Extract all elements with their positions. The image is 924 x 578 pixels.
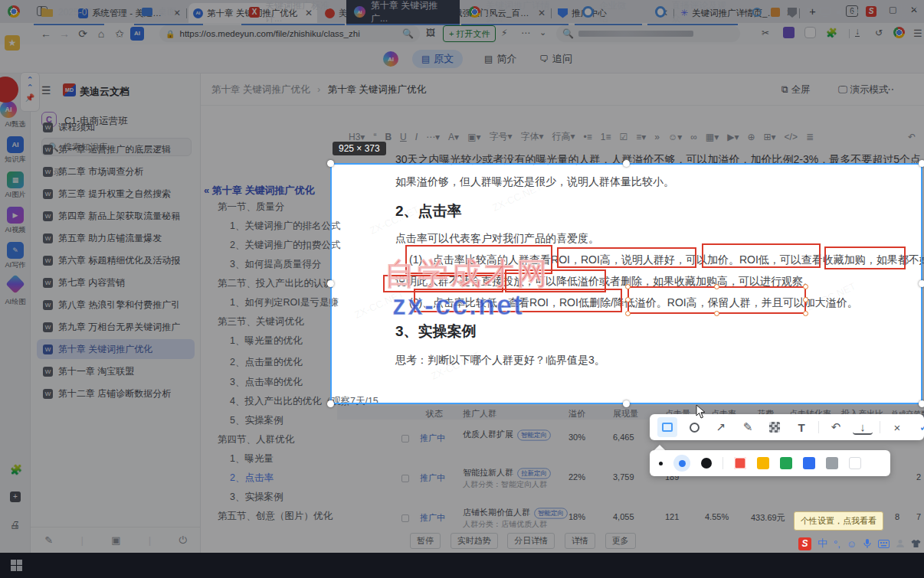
- capture-handle-n[interactable]: [623, 160, 630, 167]
- ime-user-icon[interactable]: [896, 539, 905, 548]
- sidebar-item-notice[interactable]: W课程须知: [37, 117, 195, 137]
- download-icon[interactable]: ↓: [855, 28, 860, 37]
- home-icon[interactable]: ⌂: [92, 28, 110, 40]
- more-format-icon[interactable]: ⋯▾: [426, 132, 440, 142]
- tray-mic-icon[interactable]: [804, 8, 812, 18]
- font-family-menu[interactable]: 字体▾: [521, 130, 544, 143]
- link-icon[interactable]: ∞: [690, 132, 697, 142]
- nav-item[interactable]: 1、如何判定ROI是亏是赚: [230, 296, 339, 309]
- address-bar[interactable]: 🔒 https://os.medeyun.com/file/zhishiku/c…: [159, 25, 420, 42]
- presentation-mode-button[interactable]: 🖵 演示模式: [838, 83, 889, 96]
- chevron-down-icon[interactable]: ⌄: [539, 28, 546, 38]
- pin-icon[interactable]: 📌: [21, 93, 39, 102]
- fullscreen-button[interactable]: ⧉ 全屏: [781, 83, 810, 96]
- italic-icon[interactable]: I: [415, 132, 418, 142]
- underline-icon[interactable]: U: [400, 132, 407, 142]
- nav-item[interactable]: 2、关键词推广的扣费公式: [230, 239, 340, 252]
- pen-tool[interactable]: ✎: [738, 417, 758, 437]
- col-audience[interactable]: 推广人群: [463, 408, 496, 420]
- nav-item-sec4[interactable]: 第四节、人群优化: [218, 433, 294, 446]
- taskbar-item-doc-active[interactable]: AI 第十章 关键词推广...: [346, 0, 460, 25]
- sidebar-item-ch7[interactable]: W第七章 内容营销: [37, 273, 195, 292]
- tab-ask[interactable]: 🗨 追问: [530, 50, 582, 68]
- taskbar-item-desktop[interactable]: 桌面: [134, 0, 203, 25]
- nav-item[interactable]: 1、曝光量的优化: [230, 335, 302, 348]
- rail-item-ai-drawing[interactable]: AI绘图: [0, 277, 31, 307]
- ime-emoji-icon[interactable]: ☺: [847, 538, 857, 550]
- ime-mic-icon[interactable]: [863, 538, 872, 549]
- stroke-size-large[interactable]: [701, 458, 712, 469]
- taskbar-item-wecom[interactable]: 企业微信: [575, 0, 642, 25]
- extensions-puzzle-icon[interactable]: 🧩: [826, 28, 837, 38]
- undo-icon[interactable]: ↶: [908, 132, 916, 142]
- col-impressions[interactable]: 展现量: [613, 408, 638, 420]
- bookmark-star-widget[interactable]: ★: [5, 35, 20, 51]
- forward-icon[interactable]: →: [55, 28, 74, 40]
- text-tool[interactable]: T: [791, 417, 811, 437]
- line-height-menu[interactable]: 行高▾: [552, 130, 575, 143]
- sidebar-item-ch5[interactable]: W第五章 助力店铺流量爆发: [37, 228, 195, 248]
- purple-extension-icon[interactable]: [783, 27, 795, 38]
- realtime-trend-button[interactable]: 实时趋势: [451, 533, 498, 549]
- capture-handle-s[interactable]: [623, 400, 630, 407]
- mosaic-tool[interactable]: [765, 417, 785, 437]
- capture-handle-sw[interactable]: [327, 400, 334, 407]
- taskbar-clock[interactable]: 16:34 2025/7/9: [888, 2, 919, 22]
- image-toggle-icon[interactable]: 🖼: [426, 28, 435, 38]
- nav-item[interactable]: 1、曝光量: [230, 452, 274, 465]
- rail-item-knowledge[interactable]: AI 知识库: [0, 136, 31, 165]
- nav-item[interactable]: 2、点击量的优化: [230, 356, 302, 369]
- nav-item[interactable]: 1、关键词推广的排名公式: [230, 220, 340, 233]
- toolbar-search-box[interactable]: 🔍: [556, 25, 740, 42]
- ime-punctuation-icon[interactable]: °,: [834, 538, 840, 550]
- highlight-icon[interactable]: ▣▾: [467, 132, 480, 142]
- tab-original[interactable]: ▤ 原文: [412, 50, 463, 68]
- profile-avatar-icon[interactable]: [893, 27, 905, 38]
- attachment-icon[interactable]: ⊕: [747, 132, 755, 142]
- nav-item-sec3[interactable]: 第三节、关键词优化: [218, 315, 304, 328]
- taskbar-item-chrome[interactable]: 关键词推广详情页...: [461, 0, 568, 25]
- bold-icon[interactable]: B: [385, 132, 392, 142]
- divider-icon[interactable]: ≣: [806, 132, 814, 142]
- archive-icon[interactable]: ▣: [111, 534, 120, 546]
- sidebar-item-ch4[interactable]: W第四章 新品上架获取流量秘籍: [37, 206, 195, 226]
- sidebar-item-ch12[interactable]: W第十二章 店铺诊断数据分析: [37, 384, 195, 403]
- cell-audience[interactable]: 优质人群扩展智能定向: [463, 429, 552, 441]
- sidebar-collapse-widget[interactable]: ⌃⌃ 📌: [20, 72, 40, 112]
- numbered-list-icon[interactable]: 1≡: [601, 132, 611, 142]
- capture-handle-ne[interactable]: [919, 160, 924, 167]
- cell-audience[interactable]: 店铺长期价值人群智能定向人群分类：店铺优质人群: [463, 507, 568, 530]
- nav-item[interactable]: 3、实操案例: [230, 491, 283, 504]
- tray-wecom-icon[interactable]: [752, 8, 762, 17]
- ime-chinese-mode-icon[interactable]: 中: [818, 537, 827, 550]
- checklist-icon[interactable]: ☑: [619, 132, 627, 142]
- history-icon[interactable]: ↺: [875, 28, 883, 38]
- font-color-icon[interactable]: A▾: [448, 132, 459, 142]
- color-white[interactable]: [849, 457, 861, 469]
- rail-printer-icon[interactable]: 🖨: [10, 519, 20, 531]
- edit-icon[interactable]: ✎: [44, 534, 53, 546]
- stroke-size-medium-selected[interactable]: [673, 455, 690, 472]
- undo-tool[interactable]: ↶: [826, 417, 846, 437]
- color-blue[interactable]: [803, 457, 815, 469]
- lightning-icon[interactable]: ⚡: [501, 28, 507, 38]
- sidebar-item-ch9[interactable]: W第九章 万相台无界关键词推广: [37, 317, 195, 337]
- color-gray[interactable]: [826, 457, 838, 469]
- zoom-page-icon[interactable]: 🔍: [402, 28, 414, 39]
- reload-icon[interactable]: ⟳: [74, 28, 92, 40]
- indent-icon[interactable]: »: [654, 132, 660, 142]
- font-size-menu[interactable]: 字号▾: [490, 130, 513, 143]
- nav-item-sec2[interactable]: 第二节、投入产出比的认识: [218, 277, 333, 290]
- scissors-icon[interactable]: ✂: [762, 28, 769, 38]
- daily-detail-button[interactable]: 分日详情: [507, 533, 555, 549]
- nav-item-sec1[interactable]: 第一节、质量分: [218, 201, 285, 214]
- nav-item[interactable]: 3、如何提高质量得分: [230, 258, 321, 271]
- taskbar-item-spreadsheet[interactable]: X 关键词推广标准计...: [241, 0, 345, 25]
- bookmark-icon[interactable]: ✩: [110, 28, 129, 40]
- power-icon[interactable]: ⏻: [179, 534, 187, 547]
- tray-volume-icon[interactable]: [837, 8, 846, 17]
- capture-handle-se[interactable]: [919, 400, 924, 407]
- row-checkbox[interactable]: [401, 435, 409, 442]
- nav-item-sec5[interactable]: 第五节、创意（图片）优化: [218, 510, 333, 523]
- tray-sogou-icon[interactable]: S: [866, 6, 876, 17]
